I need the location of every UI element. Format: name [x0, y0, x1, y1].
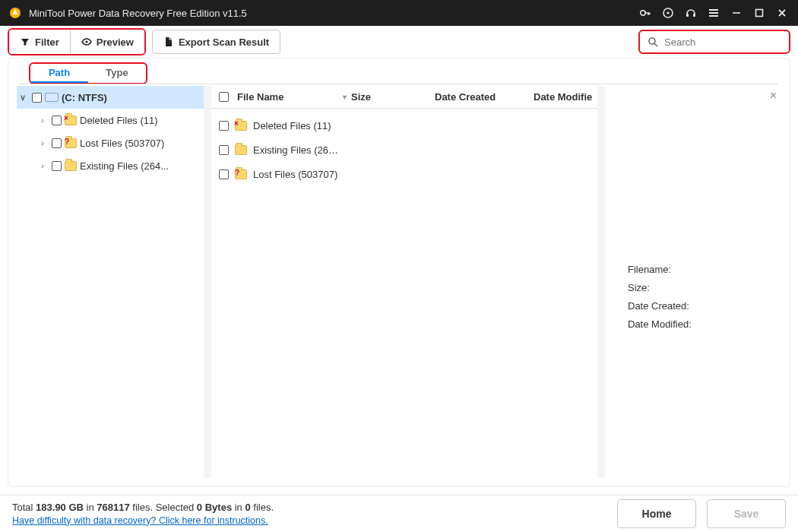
svg-point-3 — [667, 11, 669, 14]
splitter[interactable] — [597, 86, 605, 478]
app-icon — [8, 5, 23, 21]
checkbox[interactable] — [52, 138, 62, 148]
tree-item[interactable]: Deleted Files (11) — [17, 109, 204, 131]
eye-icon — [81, 37, 92, 46]
tree-item[interactable]: Lost Files (503707) — [17, 131, 204, 154]
detail-size-label: Size: — [628, 279, 774, 297]
app-title: MiniTool Power Data Recovery Free Editio… — [29, 8, 247, 19]
chevron-right-icon[interactable] — [36, 116, 49, 125]
splitter[interactable] — [204, 86, 211, 478]
folder-icon — [65, 161, 77, 171]
tabs: Path Type — [8, 58, 790, 84]
header-size[interactable]: Size — [351, 91, 435, 103]
maximize-icon[interactable] — [748, 0, 771, 26]
tree-pane: (C: NTFS) Deleted Files (11) — [17, 86, 204, 478]
filter-preview-group: Filter Preview — [8, 28, 146, 55]
tab-path[interactable]: Path — [30, 64, 88, 83]
search-box[interactable] — [638, 30, 790, 54]
disc-icon[interactable] — [657, 0, 679, 26]
tab-underline — [20, 84, 778, 84]
home-button[interactable]: Home — [617, 499, 696, 528]
checkbox[interactable] — [219, 121, 229, 131]
list-row-name: Existing Files (26… — [253, 144, 338, 156]
svg-point-7 — [85, 40, 87, 43]
titlebar: MiniTool Power Data Recovery Free Editio… — [0, 0, 798, 26]
tree-item-label: Existing Files (264... — [80, 160, 169, 172]
tree-root-label: (C: NTFS) — [62, 92, 107, 103]
folder-deleted-icon — [65, 116, 77, 125]
chevron-right-icon[interactable] — [36, 161, 49, 170]
header-date-modified[interactable]: Date Modifie — [534, 91, 597, 103]
folder-icon — [235, 145, 247, 155]
checkbox[interactable] — [52, 116, 62, 125]
help-link[interactable]: Have difficulty with data recovery? Clic… — [12, 515, 268, 526]
tree-item[interactable]: Existing Files (264... — [17, 154, 204, 177]
list-header: File Name ▾ Size Date Created Date Modif… — [211, 86, 597, 109]
list-pane: File Name ▾ Size Date Created Date Modif… — [211, 86, 597, 478]
search-icon — [648, 36, 658, 47]
export-button[interactable]: Export Scan Result — [152, 30, 280, 54]
list-row-name: Deleted Files (11) — [253, 120, 331, 131]
svg-point-8 — [649, 38, 655, 44]
folder-deleted-icon — [235, 121, 247, 131]
headphones-icon[interactable] — [679, 0, 702, 26]
preview-button[interactable]: Preview — [70, 30, 144, 54]
footer-stats: Total 183.90 GB in 768117 files. Selecte… — [12, 501, 274, 527]
folder-lost-icon — [65, 138, 77, 148]
tree-item-label: Lost Files (503707) — [80, 138, 164, 149]
footer: Total 183.90 GB in 768117 files. Selecte… — [0, 495, 798, 532]
export-icon — [163, 36, 174, 47]
preview-label: Preview — [97, 36, 134, 48]
export-label: Export Scan Result — [179, 36, 269, 48]
key-icon[interactable] — [634, 0, 657, 26]
svg-point-1 — [641, 11, 645, 15]
list-row[interactable]: Existing Files (26… — [219, 138, 597, 162]
chevron-down-icon[interactable] — [17, 93, 29, 103]
svg-rect-5 — [693, 14, 695, 17]
svg-rect-4 — [686, 14, 689, 17]
checkbox[interactable] — [219, 169, 229, 179]
filter-icon — [20, 37, 30, 46]
minimize-icon[interactable] — [725, 0, 748, 26]
list-row[interactable]: Deleted Files (11) — [219, 113, 597, 138]
detail-pane: × Filename: Size: Date Created: Date Mod… — [605, 86, 781, 478]
toolbar: Filter Preview Export Scan Result — [0, 26, 798, 58]
header-date-created[interactable]: Date Created — [435, 91, 534, 103]
folder-lost-icon — [235, 169, 247, 179]
menu-icon[interactable] — [702, 0, 725, 26]
main-panel: Path Type (C: NTFS) — [8, 58, 790, 487]
tabs-highlight: Path Type — [29, 62, 147, 84]
close-icon[interactable] — [771, 0, 793, 26]
detail-filename-label: Filename: — [628, 261, 774, 279]
detail-modified-label: Date Modified: — [628, 315, 774, 334]
tree-item-label: Deleted Files (11) — [80, 115, 158, 126]
chevron-right-icon[interactable] — [36, 138, 49, 147]
filter-label: Filter — [35, 36, 59, 48]
list-row-name: Lost Files (503707) — [253, 169, 337, 180]
search-input[interactable] — [663, 36, 793, 49]
header-filename[interactable]: File Name ▾ — [237, 91, 351, 103]
save-button[interactable]: Save — [707, 499, 786, 528]
drive-icon — [45, 93, 59, 102]
filter-button[interactable]: Filter — [9, 30, 70, 54]
checkbox-all[interactable] — [219, 92, 229, 102]
detail-created-label: Date Created: — [628, 297, 774, 315]
sort-desc-icon: ▾ — [343, 93, 351, 101]
list-row[interactable]: Lost Files (503707) — [219, 162, 597, 186]
tree-root[interactable]: (C: NTFS) — [17, 86, 204, 109]
checkbox[interactable] — [32, 93, 42, 103]
checkbox[interactable] — [219, 145, 229, 155]
svg-rect-6 — [756, 10, 763, 17]
close-detail-icon[interactable]: × — [770, 89, 777, 103]
checkbox[interactable] — [52, 161, 62, 171]
tab-type[interactable]: Type — [88, 64, 146, 83]
